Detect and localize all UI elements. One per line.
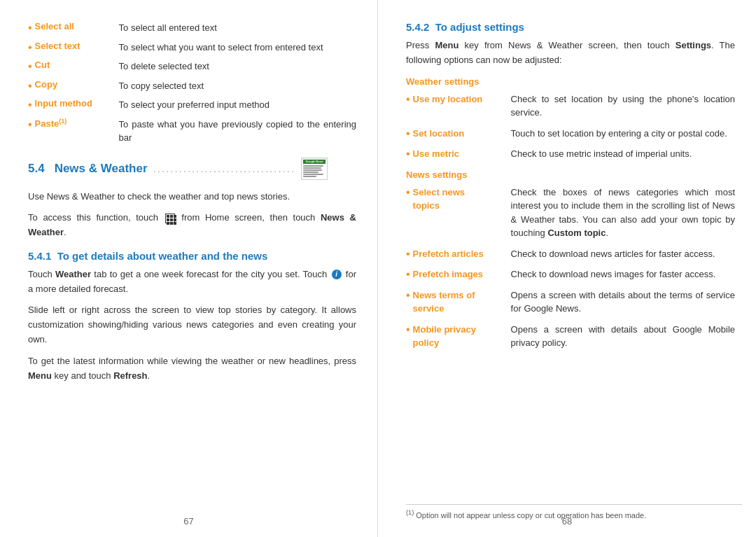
news-icon-line bbox=[303, 165, 323, 167]
weather-settings-header: Weather settings bbox=[406, 76, 735, 87]
news-icon-header: Google News bbox=[303, 160, 326, 164]
news-icon-line bbox=[303, 169, 322, 171]
list-item: • Cut To delete selected text bbox=[28, 60, 356, 74]
bullet-desc: To paste what you have previously copied… bbox=[119, 118, 356, 145]
bullet-desc: To select all entered text bbox=[119, 21, 217, 35]
list-item: • Mobile privacypolicy Opens a screen wi… bbox=[406, 323, 735, 350]
right-bullet-desc: Check to set location by using the phone… bbox=[511, 92, 735, 120]
right-intro: Press Menu key from News & Weather scree… bbox=[406, 39, 735, 68]
right-bullet-label: Use my location bbox=[413, 92, 511, 106]
news-icon-line bbox=[303, 176, 316, 177]
list-item: • Prefetch images Check to download news… bbox=[406, 267, 735, 281]
slide-text: Slide left or right across the screen to… bbox=[28, 303, 356, 347]
right-bullet-label: Prefetch images bbox=[413, 267, 511, 281]
news-weather-icon: Google News bbox=[301, 158, 328, 180]
list-item: • Paste(1) To paste what you have previo… bbox=[28, 118, 356, 145]
bullet-label: Select text bbox=[35, 41, 119, 51]
list-item: • Input method To select your preferred … bbox=[28, 98, 356, 112]
page-container: • Select all To select all entered text … bbox=[0, 0, 756, 537]
section-title-text: News & Weather bbox=[55, 162, 148, 176]
subsection-title: 5.4.1 To get details about weather and t… bbox=[28, 250, 356, 262]
bullet-dot: • bbox=[406, 186, 410, 199]
right-bullet-desc: Check to download news articles for fast… bbox=[511, 247, 715, 261]
latest-text: To get the latest information while view… bbox=[28, 354, 356, 384]
info-icon: i bbox=[332, 270, 342, 279]
list-item: • Set location Touch to set location by … bbox=[406, 127, 735, 141]
bullet-desc: To select what you want to select from e… bbox=[119, 41, 323, 55]
right-bullet-desc: Opens a screen with details about Google… bbox=[511, 323, 735, 350]
weather-tab-text: Touch Weather tab to get a one week fore… bbox=[28, 267, 356, 297]
news-icon-line bbox=[303, 167, 321, 169]
right-bullet-label: Select newstopics bbox=[413, 186, 511, 213]
bullet-desc: To copy selected text bbox=[119, 79, 204, 93]
bullet-desc: To delete selected text bbox=[119, 60, 209, 74]
list-item: • Use my location Check to set location … bbox=[406, 92, 735, 120]
bullet-dot: • bbox=[28, 98, 32, 111]
left-column: • Select all To select all entered text … bbox=[0, 0, 378, 537]
bullet-dot: • bbox=[28, 79, 32, 92]
news-settings-header: News settings bbox=[406, 169, 735, 180]
right-bullet-desc: Touch to set location by entering a city… bbox=[511, 127, 727, 141]
list-item: • Prefetch articles Check to download ne… bbox=[406, 247, 735, 261]
page-number-left: 67 bbox=[183, 516, 193, 526]
section-dots: ................................. bbox=[153, 162, 296, 174]
bullet-label: Select all bbox=[35, 21, 119, 32]
section-divider: 5.4 News & Weather .....................… bbox=[28, 158, 356, 180]
bullet-dot: • bbox=[28, 21, 32, 34]
list-item: • Use metric Check to use metric instead… bbox=[406, 147, 735, 161]
bullet-dot: • bbox=[406, 247, 410, 260]
grid-icon bbox=[165, 214, 175, 223]
right-bullet-desc: Check to download news images for faster… bbox=[511, 267, 716, 281]
bullet-label: Copy bbox=[35, 79, 119, 90]
bullet-desc: To select your preferred input method bbox=[119, 98, 270, 112]
list-item: • News terms ofservice Opens a screen wi… bbox=[406, 288, 735, 316]
bullet-dot: • bbox=[406, 127, 410, 140]
footnote: (1) Option will not appear unless copy o… bbox=[406, 504, 742, 519]
bullet-dot: • bbox=[28, 41, 32, 54]
bullet-label: Input method bbox=[35, 98, 119, 109]
bullet-list: • Select all To select all entered text … bbox=[28, 21, 356, 145]
bullet-dot: • bbox=[28, 60, 32, 73]
right-bullet-desc: Check the boxes of news categories which… bbox=[511, 186, 735, 240]
right-bullet-label: Use metric bbox=[413, 147, 511, 161]
bullet-dot: • bbox=[406, 267, 410, 281]
access-text: To access this function, touch from Home… bbox=[28, 211, 356, 240]
right-bullet-label: News terms ofservice bbox=[413, 288, 511, 316]
right-bullet-desc: Check to use metric instead of imperial … bbox=[511, 147, 692, 161]
right-bullet-label: Prefetch articles bbox=[413, 247, 511, 261]
bullet-dot: • bbox=[406, 288, 410, 302]
section-title: 5.4 News & Weather .....................… bbox=[28, 158, 356, 180]
bullet-label: Paste(1) bbox=[35, 118, 119, 129]
right-bullet-desc: Opens a screen with details about the te… bbox=[511, 288, 735, 316]
right-column: 5.4.2 To adjust settings Press Menu key … bbox=[378, 0, 756, 537]
news-icon-line bbox=[303, 172, 318, 173]
list-item: • Select all To select all entered text bbox=[28, 21, 356, 35]
list-item: • Copy To copy selected text bbox=[28, 79, 356, 93]
right-bullet-label: Mobile privacypolicy bbox=[413, 323, 511, 350]
page-number-right: 68 bbox=[562, 516, 572, 526]
bullet-label: Cut bbox=[35, 60, 119, 70]
section-intro: Use News & Weather to check the weather … bbox=[28, 190, 356, 204]
bullet-dot: • bbox=[406, 323, 410, 336]
right-bullet-label: Set location bbox=[413, 127, 511, 141]
bullet-dot: • bbox=[406, 92, 410, 106]
section-number: 5.4 bbox=[28, 162, 45, 176]
list-item: • Select text To select what you want to… bbox=[28, 41, 356, 55]
bullet-dot: • bbox=[28, 118, 32, 131]
news-icon-line bbox=[303, 174, 323, 175]
subsection-title-right: 5.4.2 To adjust settings bbox=[406, 21, 735, 33]
list-item: • Select newstopics Check the boxes of n… bbox=[406, 186, 735, 240]
bullet-dot: • bbox=[406, 147, 410, 160]
